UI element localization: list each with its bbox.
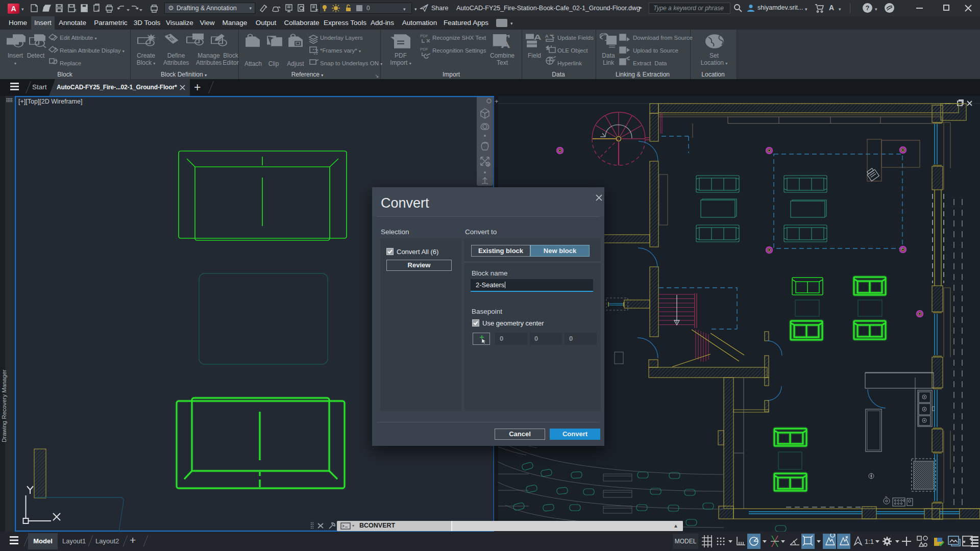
svg-text:PDF: PDF [420, 34, 428, 38]
svg-text:PDF: PDF [420, 47, 428, 52]
svg-text:1:1: 1:1 [865, 538, 874, 545]
svg-text:A: A [501, 39, 510, 49]
svg-text:0: 0 [366, 5, 370, 12]
svg-text:A: A [545, 34, 549, 39]
svg-text:A: A [534, 33, 542, 41]
